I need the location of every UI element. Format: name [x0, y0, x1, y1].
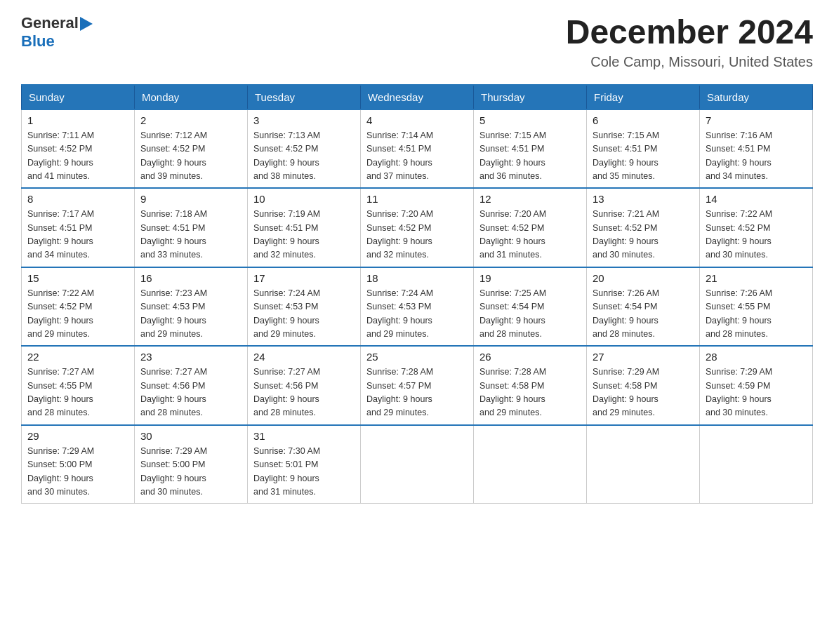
calendar-cell: 3Sunrise: 7:13 AMSunset: 4:52 PMDaylight… — [248, 109, 361, 189]
calendar-cell — [361, 425, 474, 504]
day-number: 16 — [140, 272, 241, 284]
day-info: Sunrise: 7:29 AMSunset: 5:00 PMDaylight:… — [140, 445, 241, 499]
calendar-cell: 27Sunrise: 7:29 AMSunset: 4:58 PMDayligh… — [587, 346, 700, 425]
day-info: Sunrise: 7:22 AMSunset: 4:52 PMDaylight:… — [27, 287, 128, 342]
day-info: Sunrise: 7:19 AMSunset: 4:51 PMDaylight:… — [253, 208, 355, 262]
day-number: 19 — [479, 272, 581, 284]
day-number: 12 — [479, 193, 581, 205]
day-info: Sunrise: 7:29 AMSunset: 4:58 PMDaylight:… — [593, 365, 694, 420]
day-number: 13 — [593, 193, 694, 205]
calendar-cell: 29Sunrise: 7:29 AMSunset: 5:00 PMDayligh… — [22, 425, 135, 504]
day-number: 1 — [27, 114, 128, 126]
svg-marker-0 — [80, 17, 93, 31]
day-number: 3 — [253, 114, 355, 126]
calendar-cell: 23Sunrise: 7:27 AMSunset: 4:56 PMDayligh… — [135, 346, 248, 425]
subtitle: Cole Camp, Missouri, United States — [566, 54, 813, 70]
main-title: December 2024 — [566, 14, 813, 51]
calendar-cell — [587, 425, 700, 504]
day-info: Sunrise: 7:24 AMSunset: 4:53 PMDaylight:… — [366, 287, 468, 342]
title-block: December 2024 Cole Camp, Missouri, Unite… — [566, 14, 813, 70]
calendar-cell: 22Sunrise: 7:27 AMSunset: 4:55 PMDayligh… — [22, 346, 135, 425]
calendar-cell: 16Sunrise: 7:23 AMSunset: 4:53 PMDayligh… — [135, 267, 248, 347]
calendar-cell: 8Sunrise: 7:17 AMSunset: 4:51 PMDaylight… — [22, 188, 135, 267]
day-info: Sunrise: 7:20 AMSunset: 4:52 PMDaylight:… — [366, 208, 468, 262]
day-info: Sunrise: 7:27 AMSunset: 4:56 PMDaylight:… — [253, 365, 355, 420]
calendar-cell: 6Sunrise: 7:15 AMSunset: 4:51 PMDaylight… — [587, 109, 700, 189]
day-number: 23 — [140, 351, 241, 363]
calendar-cell: 25Sunrise: 7:28 AMSunset: 4:57 PMDayligh… — [361, 346, 474, 425]
day-number: 9 — [140, 193, 241, 205]
day-info: Sunrise: 7:15 AMSunset: 4:51 PMDaylight:… — [593, 129, 694, 184]
day-number: 25 — [366, 351, 468, 363]
col-thursday: Thursday — [474, 85, 587, 109]
week-row-4: 22Sunrise: 7:27 AMSunset: 4:55 PMDayligh… — [22, 346, 813, 425]
calendar-cell: 28Sunrise: 7:29 AMSunset: 4:59 PMDayligh… — [700, 346, 813, 425]
col-friday: Friday — [587, 85, 700, 109]
calendar-cell: 31Sunrise: 7:30 AMSunset: 5:01 PMDayligh… — [248, 425, 361, 504]
calendar-cell: 18Sunrise: 7:24 AMSunset: 4:53 PMDayligh… — [361, 267, 474, 347]
day-number: 26 — [479, 351, 581, 363]
day-number: 21 — [706, 272, 807, 284]
day-info: Sunrise: 7:30 AMSunset: 5:01 PMDaylight:… — [253, 445, 355, 499]
day-info: Sunrise: 7:21 AMSunset: 4:52 PMDaylight:… — [593, 208, 694, 262]
day-info: Sunrise: 7:26 AMSunset: 4:55 PMDaylight:… — [706, 287, 807, 342]
day-number: 30 — [140, 430, 241, 442]
logo-general-text: General — [21, 14, 79, 32]
calendar-cell: 19Sunrise: 7:25 AMSunset: 4:54 PMDayligh… — [474, 267, 587, 347]
calendar-cell: 12Sunrise: 7:20 AMSunset: 4:52 PMDayligh… — [474, 188, 587, 267]
calendar-cell: 20Sunrise: 7:26 AMSunset: 4:54 PMDayligh… — [587, 267, 700, 347]
day-info: Sunrise: 7:16 AMSunset: 4:51 PMDaylight:… — [706, 129, 807, 184]
calendar-cell — [474, 425, 587, 504]
day-number: 4 — [366, 114, 468, 126]
day-info: Sunrise: 7:29 AMSunset: 4:59 PMDaylight:… — [706, 365, 807, 420]
day-info: Sunrise: 7:14 AMSunset: 4:51 PMDaylight:… — [366, 129, 468, 184]
day-info: Sunrise: 7:27 AMSunset: 4:55 PMDaylight:… — [27, 365, 128, 420]
col-sunday: Sunday — [22, 85, 135, 109]
calendar-cell: 11Sunrise: 7:20 AMSunset: 4:52 PMDayligh… — [361, 188, 474, 267]
calendar-cell: 26Sunrise: 7:28 AMSunset: 4:58 PMDayligh… — [474, 346, 587, 425]
week-row-3: 15Sunrise: 7:22 AMSunset: 4:52 PMDayligh… — [22, 267, 813, 347]
day-number: 14 — [706, 193, 807, 205]
logo-triangle-icon — [80, 17, 94, 31]
day-number: 10 — [253, 193, 355, 205]
day-info: Sunrise: 7:28 AMSunset: 4:58 PMDaylight:… — [479, 365, 581, 420]
logo-blue-text: Blue — [21, 32, 55, 50]
calendar-cell: 5Sunrise: 7:15 AMSunset: 4:51 PMDaylight… — [474, 109, 587, 189]
day-number: 18 — [366, 272, 468, 284]
day-info: Sunrise: 7:17 AMSunset: 4:51 PMDaylight:… — [27, 208, 128, 262]
calendar-cell — [700, 425, 813, 504]
col-wednesday: Wednesday — [361, 85, 474, 109]
day-info: Sunrise: 7:23 AMSunset: 4:53 PMDaylight:… — [140, 287, 241, 342]
calendar-cell: 10Sunrise: 7:19 AMSunset: 4:51 PMDayligh… — [248, 188, 361, 267]
day-number: 29 — [27, 430, 128, 442]
day-info: Sunrise: 7:27 AMSunset: 4:56 PMDaylight:… — [140, 365, 241, 420]
day-info: Sunrise: 7:26 AMSunset: 4:54 PMDaylight:… — [593, 287, 694, 342]
day-info: Sunrise: 7:22 AMSunset: 4:52 PMDaylight:… — [706, 208, 807, 262]
day-number: 22 — [27, 351, 128, 363]
page-header: General Blue December 2024 Cole Camp, Mi… — [21, 14, 813, 70]
day-info: Sunrise: 7:24 AMSunset: 4:53 PMDaylight:… — [253, 287, 355, 342]
day-number: 5 — [479, 114, 581, 126]
calendar-cell: 1Sunrise: 7:11 AMSunset: 4:52 PMDaylight… — [22, 109, 135, 189]
calendar-cell: 4Sunrise: 7:14 AMSunset: 4:51 PMDaylight… — [361, 109, 474, 189]
day-info: Sunrise: 7:12 AMSunset: 4:52 PMDaylight:… — [140, 129, 241, 184]
day-number: 20 — [593, 272, 694, 284]
calendar-table: Sunday Monday Tuesday Wednesday Thursday… — [21, 84, 813, 504]
calendar-cell: 9Sunrise: 7:18 AMSunset: 4:51 PMDaylight… — [135, 188, 248, 267]
col-monday: Monday — [135, 85, 248, 109]
logo: General Blue — [21, 14, 94, 51]
day-number: 7 — [706, 114, 807, 126]
calendar-cell: 15Sunrise: 7:22 AMSunset: 4:52 PMDayligh… — [22, 267, 135, 347]
calendar-cell: 13Sunrise: 7:21 AMSunset: 4:52 PMDayligh… — [587, 188, 700, 267]
week-row-5: 29Sunrise: 7:29 AMSunset: 5:00 PMDayligh… — [22, 425, 813, 504]
day-info: Sunrise: 7:25 AMSunset: 4:54 PMDaylight:… — [479, 287, 581, 342]
day-number: 11 — [366, 193, 468, 205]
calendar-cell: 17Sunrise: 7:24 AMSunset: 4:53 PMDayligh… — [248, 267, 361, 347]
day-info: Sunrise: 7:29 AMSunset: 5:00 PMDaylight:… — [27, 445, 128, 499]
day-number: 31 — [253, 430, 355, 442]
calendar-cell: 2Sunrise: 7:12 AMSunset: 4:52 PMDaylight… — [135, 109, 248, 189]
day-number: 2 — [140, 114, 241, 126]
day-info: Sunrise: 7:28 AMSunset: 4:57 PMDaylight:… — [366, 365, 468, 420]
day-info: Sunrise: 7:15 AMSunset: 4:51 PMDaylight:… — [479, 129, 581, 184]
day-info: Sunrise: 7:13 AMSunset: 4:52 PMDaylight:… — [253, 129, 355, 184]
